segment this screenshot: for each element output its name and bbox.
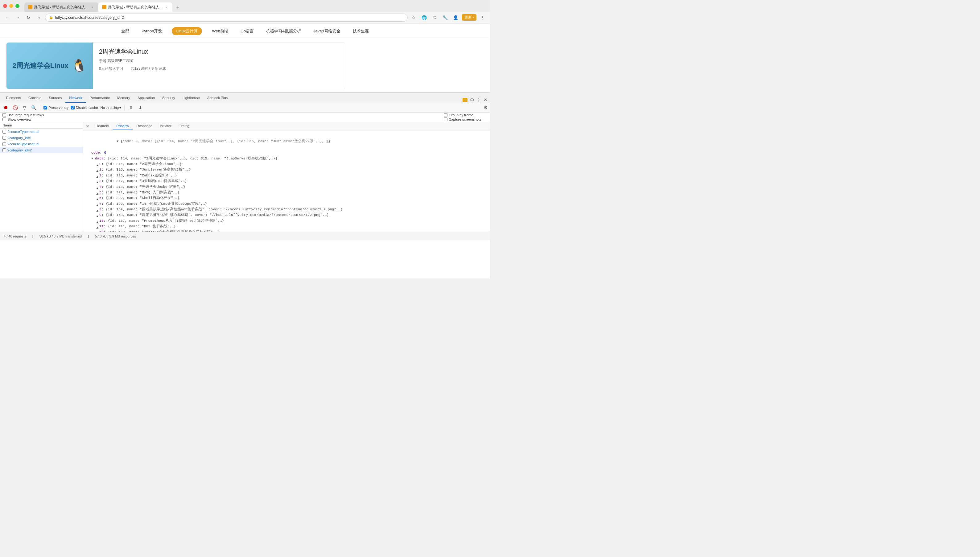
- json-tab-timing[interactable]: Timing: [175, 122, 193, 130]
- item-4-triangle[interactable]: ▶: [95, 186, 100, 189]
- network-item-check-2[interactable]: [2, 136, 6, 140]
- item-3-triangle[interactable]: ▶: [95, 179, 100, 183]
- devtools-tab-adblock[interactable]: Adblock Plus: [203, 93, 231, 103]
- nav-item-career[interactable]: 技术生涯: [350, 27, 371, 35]
- reload-button[interactable]: ↻: [24, 13, 33, 22]
- item-9-triangle[interactable]: ▶: [95, 213, 100, 217]
- home-button[interactable]: ⌂: [34, 13, 43, 22]
- devtools-more-icon[interactable]: ⋮: [477, 97, 481, 103]
- devtools-tab-memory[interactable]: Memory: [114, 93, 134, 103]
- tab-close-1[interactable]: ×: [90, 5, 94, 9]
- devtools-tab-performance[interactable]: Performance: [86, 93, 114, 103]
- devtools-tab-console[interactable]: Console: [24, 93, 45, 103]
- search-btn[interactable]: 🔍: [30, 104, 37, 111]
- capture-screenshots-label: Capture screenshots: [449, 117, 481, 121]
- import-btn[interactable]: ⬆: [128, 104, 134, 111]
- devtools-tab-network[interactable]: Network: [65, 93, 86, 103]
- item-5-triangle[interactable]: ▶: [95, 191, 100, 195]
- export-btn[interactable]: ⬇: [137, 104, 144, 111]
- maximize-window-btn[interactable]: [15, 4, 20, 8]
- update-button[interactable]: 更新 ›: [462, 14, 477, 21]
- nav-item-python[interactable]: Python开发: [139, 27, 164, 35]
- extension-icon-1[interactable]: 🌐: [420, 13, 429, 22]
- item-2-triangle[interactable]: ▶: [95, 174, 100, 178]
- disable-cache-input[interactable]: [71, 106, 75, 109]
- item-8-triangle[interactable]: ▶: [95, 208, 100, 212]
- address-bar[interactable]: 🔒 luffycity.com/actual-course?category_i…: [45, 13, 408, 21]
- large-rows-checkbox[interactable]: Use large request rows: [2, 113, 44, 117]
- network-item-check-1[interactable]: [2, 130, 6, 134]
- network-settings-icon[interactable]: ⚙: [483, 105, 488, 110]
- item-7-triangle[interactable]: ▶: [95, 202, 100, 206]
- item-12-triangle[interactable]: ▶: [95, 231, 100, 231]
- preserve-log-input[interactable]: [44, 106, 47, 109]
- large-rows-input[interactable]: [2, 113, 6, 117]
- item-11-triangle[interactable]: ▶: [95, 225, 100, 228]
- filter-btn[interactable]: ▽: [21, 104, 28, 111]
- item-0-triangle[interactable]: ▶: [95, 163, 100, 166]
- json-tab-response[interactable]: Response: [133, 122, 156, 130]
- show-overview-checkbox[interactable]: Show overview: [2, 117, 44, 121]
- json-summary-line: ▼{code: 0, data: [{id: 314, name: "2周光速学…: [87, 133, 486, 150]
- item-1-triangle[interactable]: ▶: [95, 168, 100, 172]
- nav-item-quanbu[interactable]: 全部: [119, 27, 132, 35]
- group-by-frame-checkbox[interactable]: Group by frame: [444, 113, 481, 117]
- network-item-check-4[interactable]: [2, 148, 6, 152]
- json-item-11: ▶11: {id: 111, name: "K8S 集群实战",…}: [87, 223, 486, 229]
- nav-item-ml[interactable]: 机器学习&数据分析: [264, 27, 303, 35]
- devtools-tab-elements[interactable]: Elements: [2, 93, 24, 103]
- nav-item-java[interactable]: Java&网络安全: [311, 27, 343, 35]
- json-close-btn[interactable]: ✕: [86, 124, 90, 129]
- capture-screenshots-checkbox[interactable]: Capture screenshots: [444, 117, 481, 121]
- network-item-1[interactable]: ?courseType=actual: [0, 129, 83, 135]
- group-by-frame-input[interactable]: [444, 113, 448, 117]
- network-item-name-3: ?courseType=actual: [7, 142, 39, 146]
- bookmark-icon[interactable]: ☆: [410, 13, 418, 22]
- data-expand-triangle[interactable]: ▼: [91, 156, 95, 161]
- course-thumb-text: 2周光速学会Linux: [13, 61, 68, 70]
- root-expand-triangle[interactable]: ▼: [117, 139, 120, 144]
- browser-tab-1[interactable]: 🔶 路飞学城 - 帮助有志向的年轻人... ×: [24, 2, 98, 12]
- network-item-2[interactable]: ?category_id=1: [0, 135, 83, 141]
- item-6-triangle[interactable]: ▶: [95, 197, 100, 200]
- nav-item-web[interactable]: Web前端: [209, 27, 231, 35]
- close-window-btn[interactable]: [3, 4, 7, 8]
- extension-icon-2[interactable]: 🛡: [430, 13, 439, 22]
- disable-cache-checkbox[interactable]: Disable cache: [71, 106, 98, 109]
- devtools-tab-lighthouse[interactable]: Lighthouse: [179, 93, 203, 103]
- status-separator-1: |: [33, 235, 33, 238]
- forward-button[interactable]: →: [13, 13, 22, 22]
- preserve-log-checkbox[interactable]: Preserve log: [44, 106, 68, 109]
- devtools-tab-application[interactable]: Application: [134, 93, 158, 103]
- menu-icon[interactable]: ⋮: [478, 13, 487, 22]
- network-item-3[interactable]: ?courseType=actual: [0, 141, 83, 147]
- new-tab-button[interactable]: +: [174, 3, 182, 12]
- record-btn[interactable]: ⏺: [2, 104, 9, 111]
- show-overview-input[interactable]: [2, 117, 6, 121]
- clear-btn[interactable]: 🚫: [12, 104, 18, 111]
- json-tab-headers[interactable]: Headers: [92, 122, 112, 130]
- devtools-settings-icon[interactable]: ⚙: [470, 97, 474, 103]
- title-bar: 🔶 路飞学城 - 帮助有志向的年轻人... × 🔶 路飞学城 - 帮助有志向的年…: [0, 0, 490, 12]
- network-item-check-3[interactable]: [2, 142, 6, 146]
- browser-tab-2[interactable]: 🔶 路飞学城 - 帮助有志向的年轻人... ×: [98, 2, 173, 12]
- toolbar-right: ☆ 🌐 🛡 🔧 👤 更新 › ⋮: [410, 13, 487, 22]
- json-item-6: ▶6: {id: 322, name: "Shell自动化开发",…}: [87, 195, 486, 201]
- devtools-close-icon[interactable]: ✕: [483, 97, 488, 103]
- devtools-tab-sources[interactable]: Sources: [45, 93, 65, 103]
- nav-item-linux[interactable]: Linux云计算: [172, 27, 202, 35]
- nav-item-go[interactable]: Go语言: [238, 27, 256, 35]
- json-tab-initiator[interactable]: Initiator: [156, 122, 175, 130]
- throttle-select[interactable]: No throttling ▾: [101, 106, 121, 110]
- json-tab-preview[interactable]: Preview: [112, 122, 133, 130]
- minimize-window-btn[interactable]: [9, 4, 13, 8]
- network-item-4[interactable]: ?category_id=2: [0, 147, 83, 153]
- extension-icon-3[interactable]: 🔧: [441, 13, 449, 22]
- devtools-tab-security[interactable]: Security: [158, 93, 179, 103]
- item-10-triangle[interactable]: ▶: [95, 219, 100, 223]
- tab-close-2[interactable]: ×: [164, 5, 169, 9]
- course-card[interactable]: 2周光速学会Linux 🐧 2周光速学会Linux 于超 高级SRE工程师 0人…: [6, 42, 345, 89]
- extension-icon-4[interactable]: 👤: [451, 13, 460, 22]
- back-button[interactable]: ←: [3, 13, 12, 22]
- capture-screenshots-input[interactable]: [444, 117, 448, 121]
